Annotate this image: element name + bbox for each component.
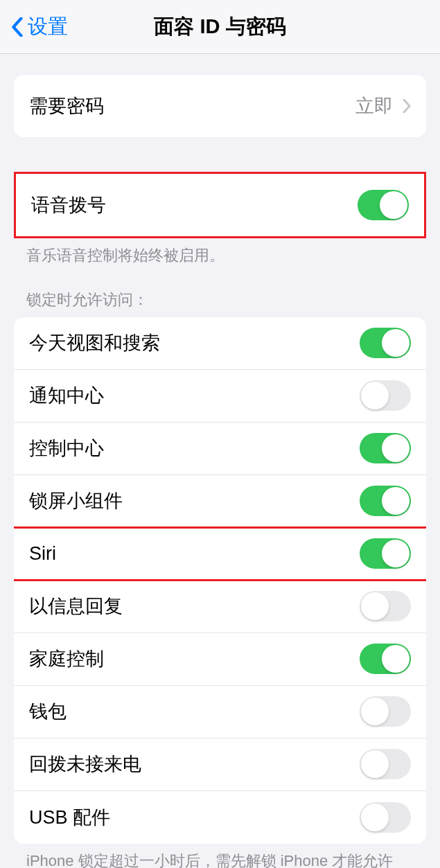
chevron-right-icon (403, 99, 411, 113)
section-locked-access: 锁定时允许访问： 今天视图和搜索 通知中心 控制中心 锁屏小组件 Siri (0, 290, 440, 868)
toggle-knob (380, 191, 407, 219)
locked-access-group: 今天视图和搜索 通知中心 控制中心 锁屏小组件 Siri 以信息回复 (14, 317, 426, 844)
usb-accessories-label: USB 配件 (29, 805, 110, 830)
siri-toggle[interactable] (360, 538, 411, 569)
control-center-label: 控制中心 (29, 436, 104, 461)
locked-access-header: 锁定时允许访问： (0, 290, 440, 317)
content: 需要密码 立即 语音拨号 音乐语音控制将始终被启用。 锁定时允许访问： (0, 75, 440, 868)
today-view-toggle[interactable] (360, 328, 411, 358)
row-voice-dial: 语音拨号 (16, 174, 424, 236)
back-button[interactable]: 设置 (11, 13, 68, 41)
voice-dial-footer: 音乐语音控制将始终被启用。 (0, 238, 440, 266)
row-require-passcode[interactable]: 需要密码 立即 (14, 75, 426, 137)
row-reply-message: 以信息回复 (14, 581, 426, 633)
voice-dial-highlight: 语音拨号 (14, 172, 426, 238)
row-today-view: 今天视图和搜索 (14, 317, 426, 370)
row-usb-accessories: USB 配件 (14, 791, 426, 844)
lock-screen-widgets-label: 锁屏小组件 (29, 488, 123, 513)
back-label: 设置 (28, 13, 68, 41)
return-missed-calls-toggle[interactable] (360, 749, 411, 779)
reply-message-toggle[interactable] (360, 591, 411, 621)
notification-center-label: 通知中心 (29, 383, 104, 408)
voice-dial-toggle[interactable] (358, 190, 409, 220)
wallet-toggle[interactable] (360, 696, 411, 727)
wallet-label: 钱包 (29, 699, 67, 724)
reply-message-label: 以信息回复 (29, 594, 123, 619)
usb-accessories-toggle[interactable] (360, 802, 411, 833)
page-title: 面容 ID 与密码 (154, 13, 285, 41)
nav-bar: 设置 面容 ID 与密码 (0, 0, 440, 54)
require-passcode-label: 需要密码 (29, 94, 104, 118)
row-control-center: 控制中心 (14, 423, 426, 475)
home-control-toggle[interactable] (360, 644, 411, 674)
notification-center-toggle[interactable] (360, 380, 411, 411)
require-passcode-value: 立即 (355, 94, 411, 118)
locked-access-footer: iPhone 锁定超过一小时后，需先解锁 iPhone 才能允许 USB 配件连… (0, 844, 440, 868)
row-return-missed-calls: 回拨未接来电 (14, 738, 426, 791)
section-voice-dial: 语音拨号 音乐语音控制将始终被启用。 (0, 172, 440, 266)
today-view-label: 今天视图和搜索 (29, 330, 160, 355)
row-notification-center: 通知中心 (14, 370, 426, 423)
control-center-toggle[interactable] (360, 433, 411, 463)
lock-screen-widgets-toggle[interactable] (360, 486, 411, 516)
row-lock-screen-widgets: 锁屏小组件 (14, 475, 426, 528)
return-missed-calls-label: 回拨未接来电 (29, 752, 141, 777)
chevron-left-icon (11, 17, 24, 37)
row-siri: Siri (14, 528, 426, 581)
siri-label: Siri (29, 543, 56, 565)
home-control-label: 家庭控制 (29, 646, 104, 671)
row-wallet: 钱包 (14, 686, 426, 738)
section-require-passcode: 需要密码 立即 (0, 75, 440, 137)
row-home-control: 家庭控制 (14, 633, 426, 686)
voice-dial-label: 语音拨号 (31, 193, 106, 218)
